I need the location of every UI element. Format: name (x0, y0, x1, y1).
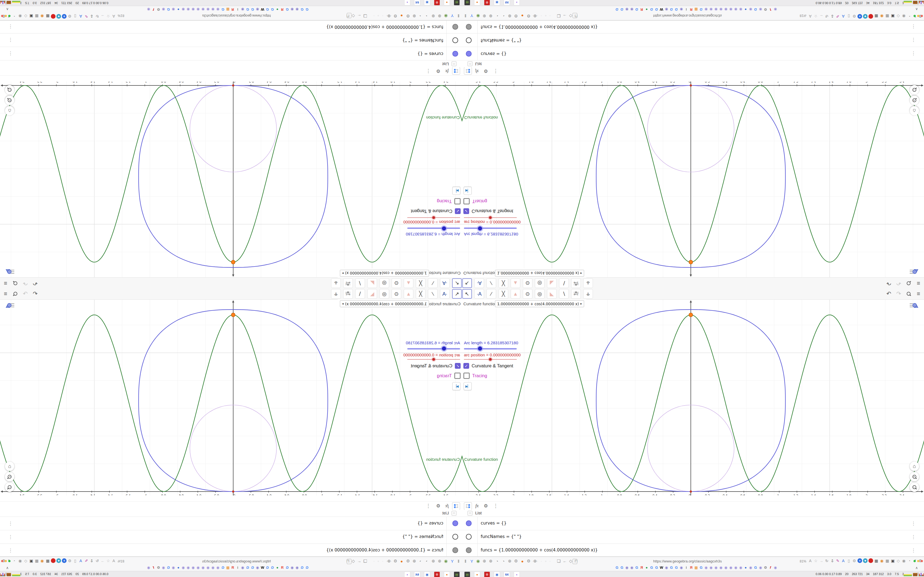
tool-segment-tool[interactable]: ∕ (428, 278, 438, 288)
extension-icon[interactable]: ◉ (18, 14, 23, 19)
fx-settings-icon[interactable]: fx (473, 68, 481, 75)
extension-icon[interactable] (869, 558, 873, 563)
visibility-dot[interactable] (466, 521, 472, 526)
favicon[interactable]: ● (645, 566, 649, 570)
taskbar-app-icon[interactable]: ◖ (404, 0, 410, 5)
extension-icon[interactable]: ▯ (73, 14, 78, 19)
kebab-menu-icon[interactable]: ⋮ (492, 502, 499, 509)
favicon[interactable]: G (669, 7, 674, 11)
visibility-dot[interactable] (452, 37, 458, 43)
favicon[interactable]: ◉ (734, 7, 738, 11)
dropdown-arrow-icon[interactable]: ▼ (580, 271, 582, 275)
arc-position-slider[interactable] (464, 218, 517, 218)
favicon[interactable]: ◉ (679, 7, 683, 11)
kebab-menu-icon[interactable]: ⋮ (8, 534, 13, 540)
browser-icon[interactable]: ● (520, 14, 525, 18)
search-icon[interactable] (905, 290, 913, 298)
algebra-row-funcNames[interactable]: funcNames = {" "}⋮ (462, 530, 924, 543)
arc-length-slider[interactable] (464, 227, 517, 229)
tree-view-icon[interactable] (452, 67, 460, 75)
nav-icon[interactable]: ← (563, 559, 567, 564)
url-text[interactable]: https://www.geogebra.org/classic/aagcxh3… (653, 559, 722, 563)
taskbar-app-icon[interactable]: ▤ (454, 572, 460, 577)
favicon[interactable]: G (285, 7, 289, 11)
favicon[interactable]: G (649, 7, 654, 11)
skip-to-end-button[interactable]: ▶▏ (452, 382, 460, 390)
favicon[interactable]: ◉ (748, 7, 753, 11)
tracing-checkbox[interactable] (454, 372, 460, 379)
extension-icon[interactable]: ▦ (34, 14, 39, 19)
tool-small-polygon-tool[interactable]: ◣ (367, 289, 377, 299)
algebra-row-funcNames[interactable]: funcNames = {" "}⋮ (462, 34, 924, 47)
fx-settings-icon[interactable]: fx (443, 502, 451, 509)
extension-icon[interactable]: ▼ (863, 558, 867, 563)
redo-button[interactable]: ↷ (895, 279, 903, 287)
favicon[interactable]: ⚙ (157, 566, 161, 570)
algebra-row-funcs[interactable]: funcs = {1.000000000000 + cos(4.00000000… (0, 20, 462, 34)
favicon[interactable]: i (236, 7, 240, 11)
tool-conic-tool[interactable]: ◎ (380, 278, 389, 288)
taskbar-app-icon[interactable]: ⚙ (434, 572, 440, 577)
favicon[interactable]: ◉ (186, 566, 190, 570)
extension-icon[interactable]: ☆ (813, 558, 818, 563)
window-traffic-lights[interactable] (914, 15, 923, 17)
extension-icon[interactable]: ◇ (23, 558, 28, 563)
tool-small-polygon-tool[interactable]: ◣ (547, 278, 557, 288)
browser-icon[interactable]: ● (399, 559, 404, 564)
favicon[interactable]: ◉ (714, 566, 718, 570)
home-button[interactable]: ⌂ (5, 462, 14, 471)
visibility-dot[interactable] (466, 37, 472, 43)
kebab-menu-icon[interactable]: ⋮ (492, 68, 499, 75)
curvature-tangent-checkbox[interactable]: ✓ (455, 363, 460, 369)
extension-icon[interactable]: → (819, 558, 824, 563)
gear-icon[interactable]: ⚙ (435, 68, 442, 75)
extension-icon[interactable]: ▦ (885, 558, 890, 563)
skip-to-end-button[interactable]: ▶▏ (452, 187, 460, 195)
tool-point-tool[interactable]: ∙A (440, 289, 450, 299)
visibility-dot[interactable] (452, 51, 458, 56)
taskbar-app-icon[interactable]: ● (444, 0, 450, 5)
visibility-dot[interactable] (466, 547, 472, 553)
tool-conic-tool[interactable]: ◎ (535, 278, 544, 288)
fx-settings-icon[interactable]: fx (443, 68, 451, 75)
algebra-row-funcs[interactable]: funcs = {1.000000000000 + cos(4.00000000… (462, 20, 924, 34)
extension-icon[interactable]: ◔ (907, 558, 912, 563)
favicon[interactable]: ◉ (255, 566, 260, 570)
favicon[interactable]: ◉ (162, 566, 166, 570)
arc-length-slider-knob[interactable] (478, 347, 482, 351)
extension-icon[interactable]: A (808, 14, 813, 19)
nav-icon[interactable]: ◇ (352, 13, 355, 18)
extension-icon[interactable] (869, 14, 873, 19)
favicon[interactable]: ◉ (241, 7, 245, 11)
taskbar-app-icon[interactable]: ▤ (464, 572, 470, 577)
extension-icon[interactable]: ▼ (863, 14, 867, 19)
skip-to-end-button[interactable]: ▶▏ (464, 382, 472, 390)
favicon[interactable]: i (684, 7, 688, 11)
taskbar-app-icon[interactable]: ▤ (464, 0, 470, 5)
menu-icon[interactable]: ≡ (2, 279, 9, 287)
favicon[interactable]: ▩ (226, 566, 230, 570)
taskbar-app-icon[interactable]: ▣ (494, 0, 500, 5)
browser-icon[interactable]: ⚙ (527, 13, 531, 18)
undo-button[interactable]: ↶ (31, 290, 39, 298)
favicon[interactable]: ◉ (773, 7, 777, 11)
extension-icon[interactable]: ✎ (835, 14, 840, 19)
favicon[interactable]: G (305, 566, 309, 570)
favicon[interactable]: G (300, 7, 304, 11)
tool-polygon-tool[interactable]: ▲ (510, 278, 520, 288)
browser-icon[interactable]: ⊕ (507, 13, 512, 18)
curvature-tangent-checkbox[interactable]: ✓ (464, 363, 469, 369)
favicon[interactable]: ● (176, 566, 180, 570)
favicon[interactable]: ◉ (719, 566, 723, 570)
page-zoom-level[interactable]: 81% (800, 559, 806, 563)
favicon[interactable]: ● (645, 7, 649, 11)
kebab-menu-icon[interactable]: ⋮ (8, 548, 13, 553)
extension-icon[interactable]: ⚙ (67, 14, 72, 19)
favicon[interactable]: ▩ (226, 7, 230, 11)
favicon[interactable]: G (305, 7, 309, 11)
tool-point-tool[interactable]: ∙A (474, 278, 484, 288)
favicon[interactable]: ◉ (295, 7, 299, 11)
extension-icon[interactable]: ↻ (95, 14, 100, 19)
zoom-out-button[interactable]: − (910, 482, 919, 492)
tool-segment-tool[interactable]: ∕ (486, 289, 496, 299)
